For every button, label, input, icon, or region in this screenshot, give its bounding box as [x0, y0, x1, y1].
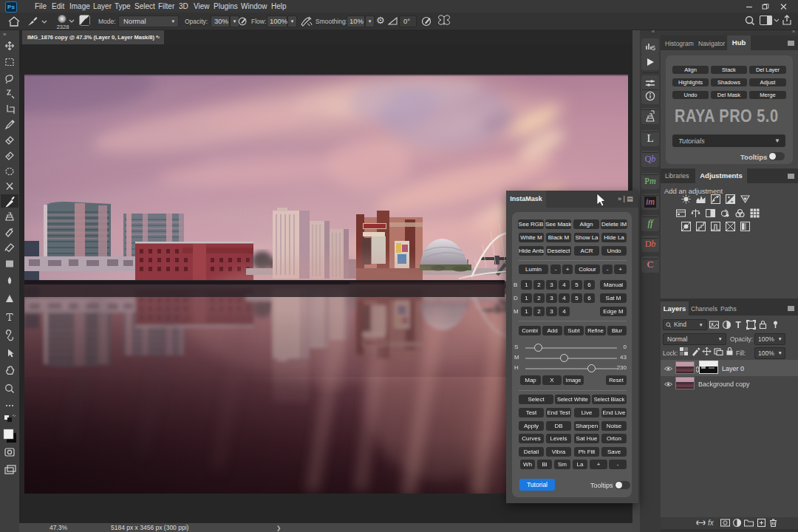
- svg-text:5: 5: [652, 44, 655, 52]
- svg-text:T: T: [736, 320, 742, 330]
- svg-text:fx: fx: [708, 519, 715, 527]
